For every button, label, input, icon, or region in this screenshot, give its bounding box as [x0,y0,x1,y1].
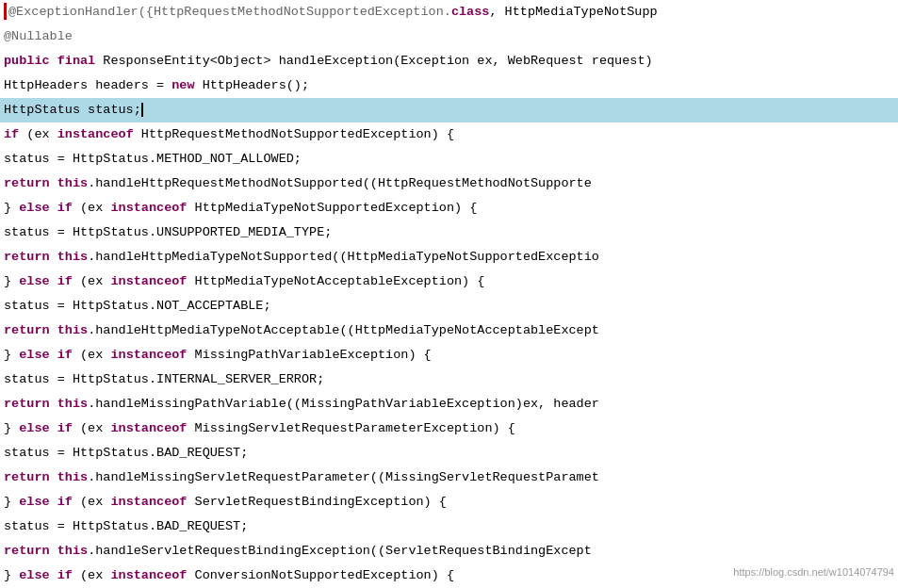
code-line: } else if (ex instanceof MissingServletR… [0,416,898,441]
code-token: instanceof [110,348,187,362]
code-token: return [4,323,50,337]
code-line: return this.handleMissingServletRequestP… [0,466,898,490]
code-token: return [4,250,50,264]
code-token: ResponseEntity<Object> handleException(E… [95,54,652,68]
code-token: HttpMediaTypeNotAcceptableException) { [187,274,484,288]
code-token: status = HttpStatus.METHOD_NOT_ALLOWED; [4,152,302,166]
code-token: status = HttpStatus.BAD_REQUEST; [4,519,248,533]
code-token: status = HttpStatus.BAD_REQUEST; [4,446,248,460]
code-line: } else if (ex instanceof HttpMediaTypeNo… [0,196,898,220]
code-token: } [4,495,19,509]
code-token: ServletRequestBindingException) { [187,495,446,509]
code-token: .handleServletRequestBindingException((S… [88,544,592,558]
code-line: status = HttpStatus.NOT_ACCEPTABLE; [0,294,898,318]
code-token: instanceof [110,201,187,215]
code-token: this [57,397,88,411]
code-token: public final [4,54,95,68]
left-bar [4,3,7,20]
code-token: return [4,176,50,190]
code-token: @ExceptionHandler({HttpRequestMethodNotS… [8,5,451,19]
code-line: public final ResponseEntity<Object> hand… [0,49,898,74]
code-token: } [4,348,19,362]
code-token: this [57,250,88,264]
code-token: this [57,176,88,190]
code-token: this [57,323,88,337]
code-line: status = HttpStatus.BAD_REQUEST; [0,514,898,539]
code-token: HttpMediaTypeNotSupportedException) { [187,201,477,215]
code-token: (ex [73,495,111,509]
code-token: (ex [73,568,111,582]
code-token: status = HttpStatus.UNSUPPORTED_MEDIA_TY… [4,225,332,239]
code-token: (ex [19,127,57,141]
code-line: HttpHeaders headers = new HttpHeaders(); [0,74,898,98]
code-editor: @ExceptionHandler({HttpRequestMethodNotS… [0,0,898,588]
code-token: .handleHttpMediaTypeNotSupported((HttpMe… [88,250,599,264]
code-token: } [4,201,19,215]
code-token: HttpHeaders(); [195,78,310,92]
code-line: if (ex instanceof HttpRequestMethodNotSu… [0,122,898,147]
code-line: HttpStatus status; [0,98,898,122]
code-token: (ex [73,201,111,215]
code-token: .handleMissingServletRequestParameter((M… [88,470,599,484]
code-token: status = HttpStatus.INTERNAL_SERVER_ERRO… [4,372,324,386]
code-token: MissingPathVariableException) { [187,348,431,362]
code-token: HttpHeaders headers = [4,78,171,92]
code-token: else if [19,348,73,362]
code-line: } else if (ex instanceof HttpMediaTypeNo… [0,270,898,294]
code-token: MissingServletRequestParameterException)… [187,421,514,435]
watermark: https://blog.csdn.net/w1014074794 [733,560,894,584]
text-cursor [141,103,151,117]
code-token: else if [19,568,73,582]
code-token: else if [19,421,73,435]
code-token: ConversionNotSupportedException) { [187,568,454,582]
code-token: this [57,544,88,558]
code-token: instanceof [57,127,134,141]
code-token [50,397,57,411]
code-token: instanceof [110,568,187,582]
code-token: this [57,470,88,484]
code-line: } else if (ex instanceof MissingPathVari… [0,343,898,368]
code-token: new [171,78,194,92]
code-token [50,176,57,190]
code-token: .handleHttpRequestMethodNotSupported((Ht… [88,176,592,190]
code-line: return this.handleHttpMediaTypeNotAccept… [0,318,898,343]
code-line: } else if (ex instanceof ServletRequestB… [0,490,898,514]
code-token: (ex [73,348,111,362]
code-token: instanceof [110,495,187,509]
code-token: } [4,274,19,288]
code-line: @ExceptionHandler({HttpRequestMethodNotS… [0,0,898,24]
code-token: } [4,568,19,582]
code-token: else if [19,201,73,215]
code-line: return this.handleMissingPathVariable((M… [0,392,898,416]
code-token: (ex [73,421,111,435]
code-token: (ex [73,274,111,288]
code-line: return this.handleHttpRequestMethodNotSu… [0,172,898,196]
code-token: .handleMissingPathVariable((MissingPathV… [88,397,599,411]
code-line: status = HttpStatus.UNSUPPORTED_MEDIA_TY… [0,220,898,245]
code-line: status = HttpStatus.BAD_REQUEST; [0,441,898,466]
code-token: status = HttpStatus.NOT_ACCEPTABLE; [4,299,271,313]
code-token: .handleHttpMediaTypeNotAcceptable((HttpM… [88,323,599,337]
code-token [50,544,57,558]
code-token [50,470,57,484]
code-token: return [4,397,50,411]
code-token: @Nullable [4,29,73,43]
code-token: if [4,127,19,141]
code-line: return this.handleHttpMediaTypeNotSuppor… [0,245,898,270]
code-token: instanceof [110,274,187,288]
code-token: , HttpMediaTypeNotSupp [489,5,657,19]
code-token [50,250,57,264]
code-token: HttpRequestMethodNotSupportedException) … [134,127,454,141]
code-token: else if [19,274,73,288]
code-line: @Nullable [0,24,898,49]
code-token: instanceof [110,421,187,435]
code-line: status = HttpStatus.METHOD_NOT_ALLOWED; [0,147,898,172]
code-token: return [4,470,50,484]
code-line: status = HttpStatus.INTERNAL_SERVER_ERRO… [0,368,898,392]
code-token: return [4,544,50,558]
code-token: class [451,5,490,19]
code-token [50,323,57,337]
code-token: } [4,421,19,435]
code-token: HttpStatus status; [4,103,141,117]
code-token: else if [19,495,73,509]
